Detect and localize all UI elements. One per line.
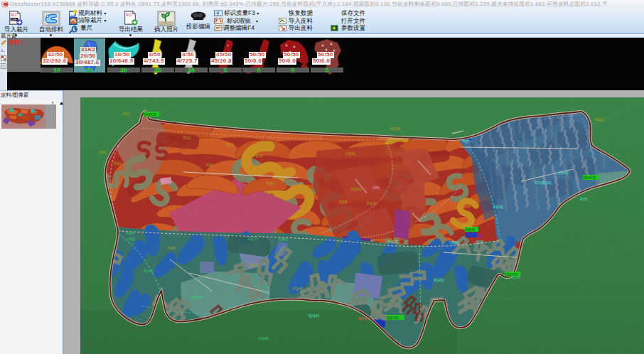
svg-text:F[24]: F[24] [367,201,377,205]
svg-text:F[17]: F[17] [388,240,398,244]
svg-text:[104]: [104] [559,171,569,175]
svg-text:PLT: PLT [11,14,17,17]
svg-text:[8][43]: [8][43] [387,316,399,320]
svg-text:F[17]: F[17] [248,237,258,241]
svg-text:F[1]: F[1] [183,136,191,140]
svg-text:6[4]: 6[4] [462,139,469,143]
svg-text:1↓: 1↓ [1,48,5,53]
svg-text:F[14]: F[14] [293,286,303,291]
svg-text:[10]: [10] [128,237,135,241]
svg-text:F[21]: F[21] [351,187,361,191]
svg-text:PLT: PLT [127,14,132,17]
svg-text:F[6]: F[6] [114,161,122,166]
svg-text:F[3]: F[3] [127,231,134,235]
svg-text:F[10]: F[10] [144,269,154,273]
svg-text:G1[40]: G1[40] [190,295,203,299]
svg-text:F[0]: F[0] [226,142,234,146]
svg-text:9[14]: 9[14] [358,316,368,321]
svg-text:F[09]: F[09] [462,224,472,228]
svg-text:F[31][16]: F[31][16] [535,181,552,185]
svg-text:F[5]: F[5] [99,150,107,154]
svg-text:F[8]: F[8] [267,181,274,186]
svg-text:Y[85]: Y[85] [449,240,459,245]
svg-text:F[9]: F[9] [340,200,348,204]
svg-text:F[10]: F[10] [390,127,400,131]
svg-text:F[10]: F[10] [249,263,259,267]
svg-text:[81K3]: [81K3] [584,176,596,180]
svg-text:[88]: [88] [372,186,380,190]
svg-text:F[2]: F[2] [206,163,214,167]
svg-text:DXF: DXF [11,18,17,21]
svg-text:F[20]: F[20] [434,278,444,282]
svg-text:F[7]: F[7] [580,197,588,201]
svg-text:F[10]: F[10] [253,154,263,158]
svg-text:F[4]: F[4] [168,246,176,250]
svg-text:F[29]: F[29] [345,151,355,156]
svg-text:F[1]: F[1] [122,112,130,116]
svg-text:[77][30]: [77][30] [506,275,520,279]
svg-text:[43K3]: [43K3] [144,112,157,117]
svg-text:F[20]: F[20] [259,336,269,340]
svg-text:Q1[4]: Q1[4] [308,313,319,318]
svg-text:F[22]: F[22] [594,117,604,122]
svg-text:F[28]: F[28] [493,205,503,209]
svg-text:Y[85]: Y[85] [278,237,288,242]
